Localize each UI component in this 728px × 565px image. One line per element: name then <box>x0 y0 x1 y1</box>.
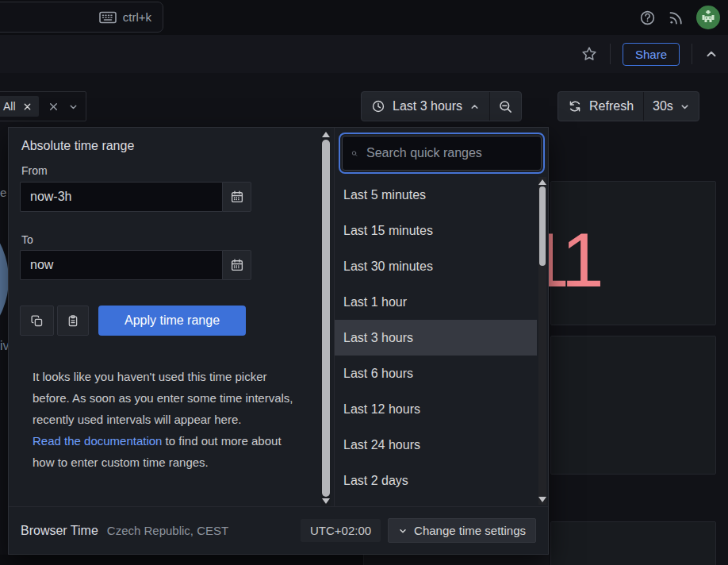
quick-range-label: Last 3 hours <box>343 331 413 345</box>
background-text-fragment: e <box>0 186 6 199</box>
divider <box>610 44 611 64</box>
quick-range-label: Last 12 hours <box>343 402 420 417</box>
quick-range-label: Last 1 hour <box>343 295 407 309</box>
star-icon <box>580 45 598 63</box>
quick-range-label: Last 2 days <box>343 474 408 488</box>
filter-value-chip[interactable]: All <box>0 96 39 117</box>
change-time-settings-button[interactable]: Change time settings <box>388 518 536 543</box>
empty-note-text: It looks like you haven't used this time… <box>33 366 299 430</box>
quick-range-option[interactable]: Last 1 hour <box>335 284 537 320</box>
time-picker-empty-note: It looks like you haven't used this time… <box>33 366 299 473</box>
quick-range-option[interactable]: Last 5 minutes <box>335 177 537 213</box>
background-strip <box>0 555 364 565</box>
refresh-label: Refresh <box>589 99 634 113</box>
zoom-out-icon <box>498 99 513 114</box>
dashboard-panel <box>550 521 716 565</box>
search-shortcut-label: ctrl+k <box>123 10 151 24</box>
divider <box>692 44 692 64</box>
user-avatar[interactable] <box>696 6 720 29</box>
to-calendar-button[interactable] <box>222 250 251 280</box>
refresh-interval-label: 30s <box>653 99 673 113</box>
share-button[interactable]: Share <box>623 43 680 66</box>
absolute-time-range-section: Absolute time range From To <box>9 128 334 506</box>
section-title: Absolute time range <box>21 139 134 153</box>
from-label: From <box>21 164 48 177</box>
scroll-up-arrow[interactable] <box>538 179 546 185</box>
quick-ranges-section: Last 5 minutes Last 15 minutes Last 30 m… <box>334 128 548 506</box>
grafana-app: 11 e iv ctrl+k <box>0 0 728 565</box>
quick-range-option[interactable]: Last 30 minutes <box>335 248 537 284</box>
left-panel-scrollbar[interactable] <box>321 129 331 506</box>
avatar-pixel-icon <box>701 10 715 25</box>
scroll-down-arrow[interactable] <box>538 497 546 502</box>
scroll-up-arrow[interactable] <box>322 132 330 137</box>
quick-range-option-selected[interactable]: Last 3 hours <box>335 320 537 356</box>
scrollbar-thumb[interactable] <box>539 186 546 266</box>
help-button[interactable] <box>639 10 656 26</box>
quick-ranges-list: Last 5 minutes Last 15 minutes Last 30 m… <box>335 177 537 498</box>
browser-time-zone: Czech Republic, CEST <box>107 524 228 537</box>
from-calendar-button[interactable] <box>222 182 251 212</box>
to-label: To <box>21 233 33 246</box>
remove-value-icon[interactable] <box>23 102 32 111</box>
collapse-header-button[interactable] <box>704 47 718 61</box>
quick-range-option[interactable]: Last 15 minutes <box>335 213 537 248</box>
from-input[interactable] <box>20 182 222 212</box>
rss-icon <box>668 10 684 26</box>
clock-icon <box>371 99 385 113</box>
clear-all-icon[interactable] <box>48 102 59 112</box>
time-range-button[interactable]: Last 3 hours <box>362 92 489 121</box>
copy-time-range-button[interactable] <box>20 306 54 336</box>
quick-range-search <box>339 133 545 174</box>
read-documentation-link[interactable]: Read the documentation <box>33 434 162 448</box>
dashboard-toolbar: All Last 3 hours <box>0 73 728 127</box>
scroll-down-arrow[interactable] <box>322 498 330 504</box>
calendar-icon <box>230 258 244 272</box>
time-picker-popup: Absolute time range From To <box>8 127 549 555</box>
keyboard-icon <box>99 11 117 24</box>
variable-filter-select[interactable]: All <box>0 91 86 121</box>
chevron-down-icon[interactable] <box>68 102 79 112</box>
apply-time-range-button[interactable]: Apply time range <box>98 306 246 336</box>
quick-range-label: Last 5 minutes <box>343 188 426 202</box>
zoom-out-time-button[interactable] <box>490 92 521 121</box>
quick-range-label: Last 6 hours <box>343 367 413 381</box>
caret-up-icon <box>469 102 480 112</box>
refresh-group: Refresh 30s <box>557 91 699 121</box>
search-quick-ranges-input[interactable] <box>365 145 532 161</box>
quick-range-option[interactable]: Last 6 hours <box>335 356 537 391</box>
dashboard-panel <box>550 336 716 475</box>
time-picker-group: Last 3 hours <box>361 91 522 121</box>
news-button[interactable] <box>668 10 684 26</box>
refresh-interval-select[interactable]: 30s <box>644 92 699 121</box>
time-range-label: Last 3 hours <box>393 99 462 113</box>
background-strip <box>364 555 549 565</box>
quick-range-label: Last 24 hours <box>343 438 420 452</box>
time-settings-footer: Browser Time Czech Republic, CEST UTC+02… <box>9 506 548 554</box>
to-input[interactable] <box>20 250 222 280</box>
scrollbar-thumb[interactable] <box>322 140 330 497</box>
calendar-icon <box>230 190 244 204</box>
copy-icon <box>30 314 44 328</box>
caret-down-icon <box>680 102 690 112</box>
refresh-button[interactable]: Refresh <box>558 92 643 121</box>
quick-range-label: Last 15 minutes <box>343 224 433 238</box>
chevron-down-icon <box>398 526 408 536</box>
search-bar[interactable]: ctrl+k <box>0 2 163 33</box>
quick-range-option[interactable]: Last 2 days <box>335 463 537 498</box>
quick-range-label: Last 30 minutes <box>343 259 433 274</box>
change-time-settings-label: Change time settings <box>414 524 526 537</box>
help-icon <box>639 10 656 26</box>
browser-time-title: Browser Time <box>21 524 98 538</box>
top-nav-bar: ctrl+k <box>0 0 728 36</box>
quick-range-option[interactable]: Last 24 hours <box>335 427 537 463</box>
chevron-up-icon <box>704 47 718 61</box>
search-icon <box>351 147 358 160</box>
filter-chip-label: All <box>3 100 16 113</box>
quick-range-option[interactable]: Last 12 hours <box>335 391 537 427</box>
refresh-icon <box>568 99 582 113</box>
favorite-button[interactable] <box>580 45 598 63</box>
paste-time-range-button[interactable] <box>57 306 89 336</box>
quick-ranges-scrollbar[interactable] <box>538 177 546 505</box>
dashboard-header: Share <box>0 35 728 74</box>
